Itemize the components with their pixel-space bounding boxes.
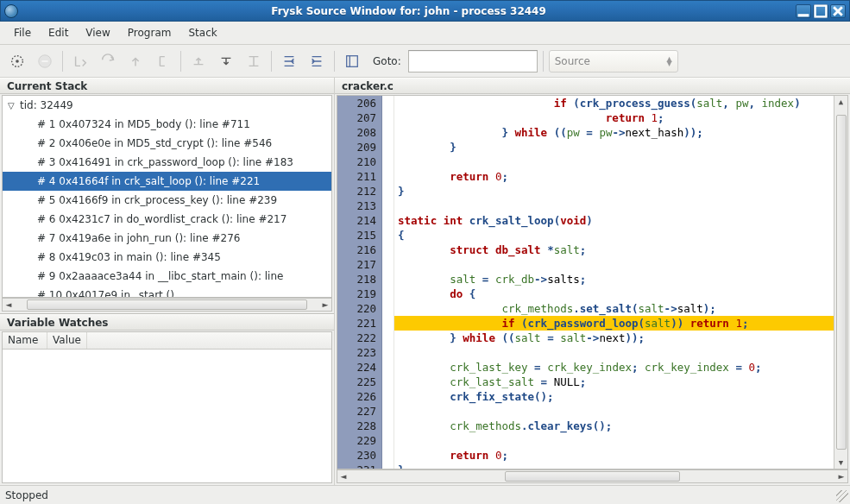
menu-edit[interactable]: Edit	[40, 23, 77, 42]
source-line[interactable]: } while ((pw = pw->next_hash));	[394, 125, 834, 140]
step-over-button[interactable]	[96, 49, 120, 73]
scroll-right-icon[interactable]: ►	[319, 300, 331, 309]
step-out-button[interactable]	[123, 49, 148, 73]
expander-icon[interactable]: ▽	[8, 101, 16, 110]
source-line[interactable]	[394, 433, 834, 448]
minimize-button[interactable]	[796, 4, 811, 18]
source-line[interactable]: if (crk_password_loop(salt)) return 1;	[394, 316, 834, 331]
source-line[interactable]: do {	[394, 287, 834, 301]
separator	[62, 51, 63, 72]
source-line[interactable]: if (crk_process_guess(salt, pw, index)	[394, 96, 834, 110]
scroll-left-icon[interactable]: ◄	[337, 472, 349, 481]
frame-bottom-button[interactable]	[242, 49, 266, 73]
right-pane: cracker.c 206207208209210211212213214215…	[335, 78, 850, 485]
indent-right-button[interactable]	[305, 49, 329, 73]
source-line[interactable]: crk_methods.set_salt(salt->salt);	[394, 301, 834, 316]
source-view[interactable]: 2062072082092102112122132142152162172182…	[337, 95, 848, 469]
stack-frame[interactable]: # 9 0x2aaaace3a44 in __libc_start_main (…	[3, 267, 331, 286]
source-line[interactable]	[394, 404, 834, 419]
mode-combo[interactable]: Source ▲▼	[549, 50, 678, 72]
svg-rect-5	[41, 60, 47, 62]
source-line[interactable]: return 0;	[394, 448, 834, 463]
source-line[interactable]	[394, 257, 834, 272]
watches-col-value[interactable]: Value	[47, 332, 87, 349]
source-line[interactable]: crk_methods.clear_keys();	[394, 419, 834, 433]
source-line[interactable]	[394, 154, 834, 169]
scroll-thumb[interactable]	[505, 471, 680, 482]
mode-combo-label: Source	[555, 55, 590, 67]
stack-thread-label: tid: 32449	[20, 99, 73, 111]
source-line[interactable]: } while ((salt = salt->next));	[394, 331, 834, 345]
source-line[interactable]: salt = crk_db->salts;	[394, 272, 834, 287]
stack-frame[interactable]: # 5 0x4166f9 in crk_process_key (): line…	[3, 191, 331, 210]
watches-table[interactable]: Name Value	[2, 331, 332, 483]
goto-input[interactable]	[408, 50, 538, 72]
source-header: cracker.c	[335, 78, 850, 94]
separator	[271, 51, 272, 72]
scroll-thumb[interactable]	[27, 299, 307, 310]
source-line[interactable]: }	[394, 140, 834, 154]
source-line[interactable]	[394, 345, 834, 360]
run-button[interactable]	[5, 49, 29, 73]
source-line[interactable]	[394, 198, 834, 213]
source-panel: cracker.c 206207208209210211212213214215…	[335, 78, 850, 485]
source-line[interactable]: struct db_salt *salt;	[394, 243, 834, 257]
svg-rect-0	[798, 14, 809, 16]
source-line[interactable]: static int crk_salt_loop(void)	[394, 213, 834, 228]
watches-col-name[interactable]: Name	[3, 332, 47, 349]
maximize-button[interactable]	[813, 4, 828, 18]
toggle-source-button[interactable]	[340, 49, 364, 73]
source-line[interactable]: }	[394, 184, 834, 198]
source-line[interactable]: return 0;	[394, 169, 834, 184]
stack-frame[interactable]: # 2 0x406e0e in MD5_std_crypt (): line #…	[3, 134, 331, 153]
breakpoint-gutter[interactable]	[382, 96, 394, 469]
separator	[180, 51, 181, 72]
source-line[interactable]: return 1;	[394, 110, 834, 125]
stack-tree[interactable]: ▽ tid: 32449 # 1 0x407324 in MD5_body ()…	[2, 95, 332, 298]
stack-frame[interactable]: # 1 0x407324 in MD5_body (): line #711	[3, 115, 331, 134]
stack-frame[interactable]: # 3 0x416491 in crk_password_loop (): li…	[3, 153, 331, 172]
menu-program[interactable]: Program	[119, 23, 180, 42]
stack-panel: Current Stack ▽ tid: 32449 # 1 0x407324 …	[0, 78, 334, 314]
scroll-left-icon[interactable]: ◄	[3, 300, 15, 309]
svg-rect-1	[815, 5, 827, 16]
source-line[interactable]: crk_last_salt = NULL;	[394, 375, 834, 389]
indent-left-button[interactable]	[277, 49, 301, 73]
svg-rect-6	[347, 55, 358, 66]
window-title: Frysk Source Window for: john - process …	[23, 5, 794, 17]
stack-frame[interactable]: # 6 0x4231c7 in do_wordlist_crack (): li…	[3, 210, 331, 229]
source-line[interactable]: {	[394, 228, 834, 243]
menu-stack[interactable]: Stack	[179, 23, 225, 42]
source-vscrollbar[interactable]: ▲ ▼	[834, 96, 847, 469]
stack-frame[interactable]: # 7 0x419a6e in john_run (): line #276	[3, 229, 331, 248]
menu-file[interactable]: File	[5, 23, 40, 42]
stack-frame[interactable]: # 8 0x419c03 in main (): line #345	[3, 248, 331, 267]
scroll-thumb[interactable]	[836, 115, 847, 450]
menu-bar: File Edit View Program Stack	[0, 22, 850, 45]
source-line[interactable]: crk_fix_state();	[394, 389, 834, 404]
resize-grip[interactable]	[836, 490, 848, 502]
frame-down-button[interactable]	[214, 49, 238, 73]
close-button[interactable]	[830, 4, 846, 18]
stack-frame[interactable]: # 10 0x4017e9 in _start ()	[3, 286, 331, 298]
stack-header: Current Stack	[0, 78, 334, 94]
stop-button[interactable]	[33, 49, 57, 73]
line-number-gutter[interactable]: 2062072082092102112122132142152162172182…	[337, 96, 382, 469]
menu-view[interactable]: View	[77, 23, 118, 42]
scroll-down-icon[interactable]: ▼	[839, 458, 843, 467]
step-instr-button[interactable]	[151, 49, 175, 73]
stack-frame[interactable]: # 4 0x41664f in crk_salt_loop (): line #…	[3, 172, 331, 191]
toolbar: Goto: Source ▲▼	[0, 45, 850, 78]
stack-thread-row[interactable]: ▽ tid: 32449	[3, 96, 331, 115]
source-code[interactable]: if (crk_process_guess(salt, pw, index) r…	[394, 96, 834, 469]
source-hscrollbar[interactable]: ◄ ►	[337, 469, 848, 483]
watches-panel: Variable Watches Name Value	[0, 314, 334, 485]
scroll-up-icon[interactable]: ▲	[839, 98, 843, 106]
app-icon	[4, 4, 18, 18]
frame-up-button[interactable]	[186, 49, 211, 73]
step-in-button[interactable]	[68, 49, 92, 73]
scroll-right-icon[interactable]: ►	[835, 472, 847, 481]
stack-hscrollbar[interactable]: ◄ ►	[2, 298, 332, 312]
source-line[interactable]: }	[394, 463, 834, 469]
source-line[interactable]: crk_last_key = crk_key_index; crk_key_in…	[394, 360, 834, 375]
